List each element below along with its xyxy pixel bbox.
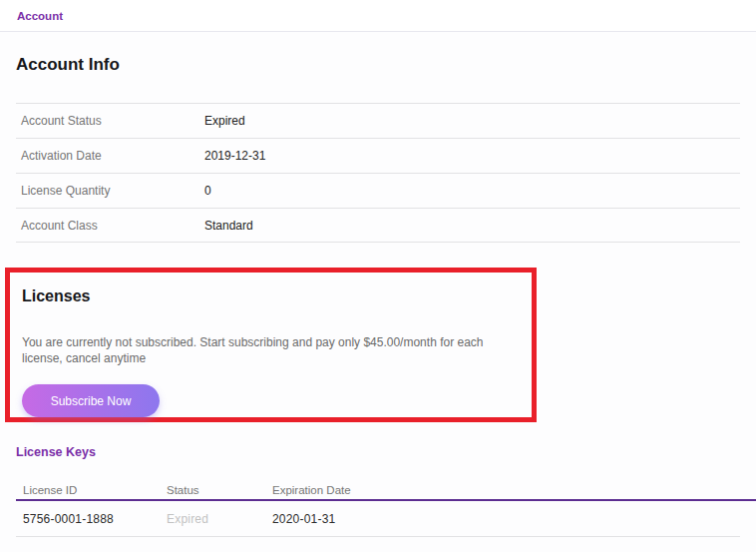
table-row: Account Status Expired — [16, 103, 740, 138]
subscription-description: You are currently not subscribed. Start … — [22, 334, 520, 366]
license-status-value: Expired — [167, 512, 272, 526]
account-class-value: Standard — [204, 219, 253, 233]
annotation-highlight-box: Licenses You are currently not subscribe… — [5, 268, 537, 422]
license-quantity-value: 0 — [204, 184, 211, 198]
license-id-value: 5756-0001-1888 — [16, 512, 167, 526]
license-keys-header-row: License ID Status Expiration Date — [16, 481, 756, 501]
column-header-license-id: License ID — [16, 484, 167, 496]
table-row: 5756-0001-1888 Expired 2020-01-31 — [16, 501, 740, 537]
table-row: License Quantity 0 — [16, 173, 740, 208]
account-info-title: Account Info — [16, 55, 740, 75]
breadcrumb-account-link[interactable]: Account — [17, 10, 63, 22]
subscribe-now-button[interactable]: Subscribe Now — [22, 384, 160, 417]
licenses-section-title: Licenses — [22, 286, 520, 306]
activation-date-value: 2019-12-31 — [204, 149, 265, 163]
account-status-label: Account Status — [21, 114, 204, 128]
license-quantity-label: License Quantity — [21, 184, 204, 198]
account-status-value: Expired — [204, 114, 245, 128]
account-class-label: Account Class — [21, 219, 204, 233]
license-keys-title: License Keys — [16, 445, 740, 459]
license-keys-table: License ID Status Expiration Date 5756-0… — [16, 481, 756, 537]
account-info-table: Account Status Expired Activation Date 2… — [16, 103, 740, 243]
column-header-expiration-date: Expiration Date — [272, 484, 756, 496]
license-expiration-value: 2020-01-31 — [272, 512, 740, 526]
column-header-status: Status — [167, 484, 272, 496]
table-row: Activation Date 2019-12-31 — [16, 138, 740, 173]
account-page: Account Account Info Account Status Expi… — [0, 0, 756, 552]
activation-date-label: Activation Date — [21, 149, 204, 163]
top-bar: Account — [0, 0, 756, 32]
table-row: Account Class Standard — [16, 208, 740, 243]
